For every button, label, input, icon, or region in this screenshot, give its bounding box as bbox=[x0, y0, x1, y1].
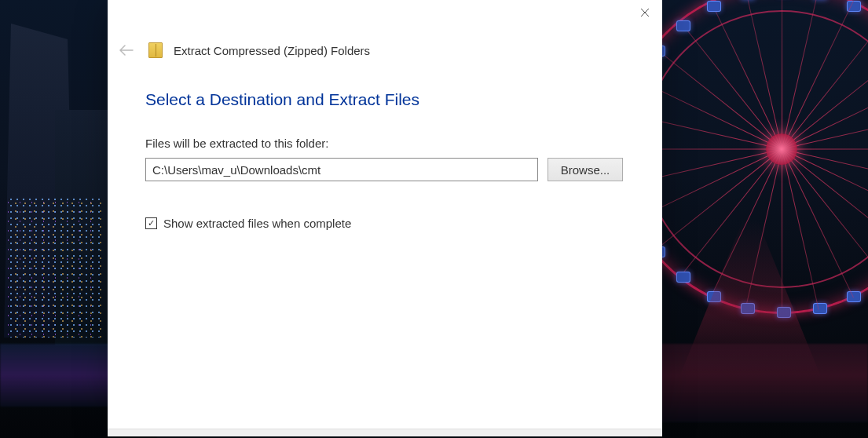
dialog-footer bbox=[108, 429, 662, 436]
destination-path-input[interactable] bbox=[145, 158, 538, 181]
destination-label: Files will be extracted to this folder: bbox=[145, 137, 624, 150]
close-button[interactable] bbox=[627, 0, 662, 25]
browse-button[interactable]: Browse... bbox=[548, 158, 623, 181]
back-arrow-icon bbox=[119, 45, 134, 56]
show-files-checkbox-label[interactable]: Show extracted files when complete bbox=[163, 217, 351, 230]
close-icon bbox=[641, 9, 649, 16]
main-heading: Select a Destination and Extract Files bbox=[145, 90, 624, 109]
show-files-checkbox[interactable]: ✓ bbox=[145, 217, 157, 229]
destination-row: Browse... bbox=[145, 158, 624, 181]
dialog-body: Select a Destination and Extract Files F… bbox=[145, 90, 624, 230]
dialog-header: Extract Compressed (Zipped) Folders bbox=[115, 39, 370, 61]
back-button[interactable] bbox=[115, 39, 137, 61]
zip-folder-icon bbox=[148, 42, 163, 58]
dialog-title: Extract Compressed (Zipped) Folders bbox=[174, 44, 370, 57]
wallpaper-right-ferris-wheel bbox=[648, 0, 868, 438]
extract-zip-dialog: Extract Compressed (Zipped) Folders Sele… bbox=[108, 0, 662, 436]
show-files-checkbox-row: ✓ Show extracted files when complete bbox=[145, 217, 624, 230]
